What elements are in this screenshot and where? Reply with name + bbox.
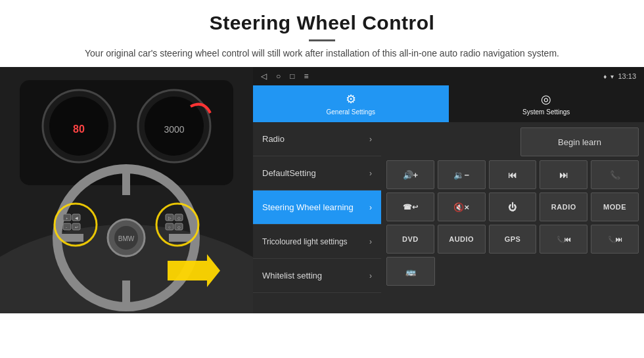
- mode-label: MODE: [603, 203, 626, 211]
- tab-system-settings[interactable]: ◎ System Settings: [449, 85, 645, 122]
- status-bar: ◁ ○ □ ≡ ♦ ▾ 13:13: [253, 67, 644, 85]
- controls-grid: 🔊+ 🔉− ⏮ ⏭ 📞: [386, 160, 639, 308]
- tel-next-icon: 📞⏭: [608, 236, 622, 243]
- clock: 13:13: [618, 72, 636, 80]
- header-divider: [309, 39, 335, 41]
- vol-up-icon: 🔊+: [403, 170, 419, 180]
- tel-prev-icon: 📞⏮: [557, 236, 571, 243]
- prev-track-icon: ⏮: [508, 170, 517, 180]
- phone-answer-button[interactable]: ☎↩: [386, 192, 434, 221]
- vol-down-icon: 🔉−: [453, 170, 469, 180]
- dvd-label: DVD: [402, 235, 419, 243]
- menu-arrow-tricoloured: ›: [369, 237, 372, 246]
- next-track-button[interactable]: ⏭: [540, 160, 587, 189]
- power-icon: ⏻: [508, 202, 517, 212]
- main-content: 80 3000 BMW +: [0, 67, 644, 313]
- mode-button[interactable]: MODE: [591, 192, 639, 221]
- menu-item-default-label: DefaultSetting: [262, 168, 369, 178]
- car-image-area: 80 3000 BMW +: [0, 67, 253, 313]
- svg-text:▷: ▷: [168, 216, 172, 220]
- svg-text:-: -: [66, 225, 67, 229]
- vol-down-button[interactable]: 🔉−: [438, 160, 486, 189]
- svg-text:80: 80: [73, 123, 85, 135]
- page-header: Steering Wheel Control Your original car…: [0, 0, 644, 67]
- prev-track-button[interactable]: ⏮: [489, 160, 537, 189]
- svg-text:BMW: BMW: [118, 235, 135, 242]
- mute-icon: 🔇×: [453, 202, 469, 212]
- status-bar-left: ◁ ○ □ ≡: [261, 72, 309, 81]
- system-icon: ◎: [541, 92, 551, 106]
- mute-button[interactable]: 🔇×: [438, 192, 486, 221]
- gps-label: GPS: [505, 235, 521, 243]
- tel-prev-button[interactable]: 📞⏮: [540, 225, 587, 254]
- power-button[interactable]: ⏻: [489, 192, 537, 221]
- tab-bar: ⚙ General Settings ◎ System Settings: [253, 85, 644, 122]
- audio-label: AUDIO: [449, 235, 474, 243]
- menu-arrow-steering: ›: [369, 203, 372, 212]
- svg-text:○: ○: [168, 225, 171, 229]
- menu-list: Radio › DefaultSetting › Steering Wheel …: [253, 122, 381, 313]
- audio-button[interactable]: AUDIO: [438, 225, 486, 254]
- menu-arrow-default: ›: [369, 169, 372, 178]
- vol-up-button[interactable]: 🔊+: [386, 160, 434, 189]
- menu-arrow-radio: ›: [369, 135, 372, 144]
- dvd-button[interactable]: DVD: [386, 225, 434, 254]
- menu-item-radio-label: Radio: [262, 134, 369, 144]
- home-nav-icon[interactable]: ○: [276, 72, 281, 81]
- back-nav-icon[interactable]: ◁: [261, 72, 267, 81]
- controls-row-1: 🔊+ 🔉− ⏮ ⏭ 📞: [386, 160, 639, 189]
- phone-button[interactable]: 📞: [591, 160, 639, 189]
- menu-item-steering[interactable]: Steering Wheel learning ›: [253, 190, 381, 225]
- tab-system-label: System Settings: [522, 108, 570, 116]
- svg-rect-20: [63, 223, 71, 230]
- status-bar-right: ♦ ▾ 13:13: [603, 72, 636, 80]
- menu-item-default[interactable]: DefaultSetting ›: [253, 156, 381, 190]
- begin-learn-row: Begin learn: [386, 127, 639, 156]
- menu-item-whitelist-label: Whitelist setting: [262, 271, 369, 280]
- page-title: Steering Wheel Control: [13, 12, 631, 34]
- svg-text:◇: ◇: [177, 216, 181, 220]
- tab-general-label: General Settings: [327, 108, 376, 116]
- recents-nav-icon[interactable]: □: [290, 72, 294, 81]
- next-track-icon: ⏭: [559, 170, 568, 180]
- controls-row-3: DVD AUDIO GPS 📞⏮ 📞⏭: [386, 225, 639, 254]
- radio-button[interactable]: RADIO: [540, 192, 587, 221]
- gear-icon: ⚙: [346, 92, 356, 106]
- svg-text:3000: 3000: [164, 124, 184, 135]
- tab-general-settings[interactable]: ⚙ General Settings: [253, 85, 449, 122]
- svg-text:+: +: [66, 216, 68, 220]
- radio-label: RADIO: [551, 203, 576, 211]
- phone-answer-icon: ☎↩: [403, 203, 418, 212]
- svg-text:◀: ◀: [75, 216, 78, 220]
- menu-item-tricoloured[interactable]: Tricoloured light settings ›: [253, 225, 381, 259]
- tel-next-button[interactable]: 📞⏭: [591, 225, 639, 254]
- special-button[interactable]: 🚌: [386, 257, 435, 286]
- menu-item-whitelist[interactable]: Whitelist setting ›: [253, 259, 381, 293]
- controls-row-2: ☎↩ 🔇× ⏻ RADIO MODE: [386, 192, 639, 221]
- menu-item-tricoloured-label: Tricoloured light settings: [262, 237, 369, 246]
- svg-text:↩: ↩: [75, 225, 78, 229]
- wifi-icon: ▾: [610, 73, 614, 80]
- menu-arrow-whitelist: ›: [369, 271, 372, 280]
- right-panel: Begin learn 🔊+ 🔉− ⏮: [381, 122, 644, 313]
- gps-button[interactable]: GPS: [489, 225, 537, 254]
- head-unit: ◁ ○ □ ≡ ♦ ▾ 13:13 ⚙ General Settings ◎ S…: [253, 67, 644, 313]
- location-icon: ♦: [603, 73, 607, 80]
- special-icon: 🚌: [405, 267, 416, 277]
- begin-learn-button[interactable]: Begin learn: [520, 127, 639, 156]
- phone-icon: 📞: [610, 170, 620, 180]
- svg-text:◇: ◇: [177, 225, 181, 229]
- menu-nav-icon[interactable]: ≡: [304, 72, 309, 81]
- header-subtitle: Your original car's steering wheel contr…: [13, 47, 631, 60]
- menu-item-radio[interactable]: Radio ›: [253, 122, 381, 156]
- content-area: Radio › DefaultSetting › Steering Wheel …: [253, 122, 644, 313]
- controls-row-4: 🚌: [386, 257, 639, 286]
- menu-item-steering-label: Steering Wheel learning: [262, 202, 369, 212]
